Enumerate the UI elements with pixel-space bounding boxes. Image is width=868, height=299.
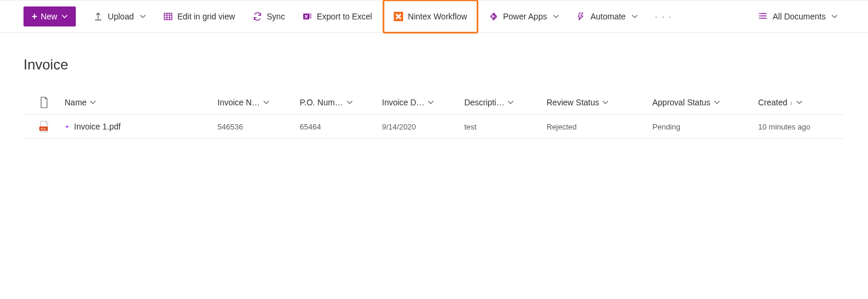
pdf-icon: PDF: [24, 121, 65, 132]
svg-rect-4: [309, 17, 311, 18]
power-apps-icon: [489, 12, 498, 21]
chevron-down-icon: [553, 15, 559, 18]
cell-approval-status: Pending: [652, 122, 758, 131]
chevron-down-icon: [796, 101, 802, 104]
page-title: Invoice: [24, 57, 868, 73]
sync-icon: [253, 12, 262, 21]
export-excel-label: Export to Excel: [317, 12, 372, 21]
upload-label: Upload: [108, 12, 133, 21]
svg-rect-2: [309, 14, 311, 15]
cell-review-status: Rejected: [547, 122, 652, 131]
grid-icon: [163, 12, 173, 21]
export-excel-button[interactable]: Export to Excel: [296, 8, 379, 25]
cell-po-num: 65464: [300, 122, 382, 131]
chevron-down-icon: [508, 101, 514, 104]
automate-label: Automate: [591, 12, 626, 21]
nintex-highlight: Nintex Workflow: [383, 0, 478, 34]
power-apps-label: Power Apps: [503, 12, 547, 21]
chevron-down-icon: [632, 15, 638, 18]
chevron-down-icon: [263, 101, 269, 104]
plus-icon: +: [32, 11, 37, 22]
column-header-description[interactable]: Descripti…: [464, 98, 547, 107]
nintex-label: Nintex Workflow: [408, 12, 467, 21]
nintex-icon: [394, 12, 403, 21]
svg-text:PDF: PDF: [41, 127, 46, 131]
chevron-down-icon: [140, 15, 146, 18]
chevron-down-icon: [832, 15, 837, 18]
file-name-cell[interactable]: ✦ Invoice 1.pdf: [65, 122, 217, 131]
excel-icon: [303, 12, 312, 21]
column-header-review-status[interactable]: Review Status: [547, 98, 652, 107]
automate-button[interactable]: Automate: [569, 8, 645, 25]
nintex-workflow-button[interactable]: Nintex Workflow: [387, 8, 474, 25]
power-apps-button[interactable]: Power Apps: [482, 8, 566, 25]
chevron-down-icon: [602, 101, 608, 104]
chevron-down-icon: [714, 101, 720, 104]
new-indicator-icon: ✦: [65, 124, 69, 130]
view-selector[interactable]: All Documents: [752, 8, 844, 26]
sync-button[interactable]: Sync: [246, 8, 292, 25]
upload-icon: [93, 12, 103, 21]
edit-grid-button[interactable]: Edit in grid view: [156, 8, 242, 25]
table-row[interactable]: PDF ✦ Invoice 1.pdf 546536 65464 9/14/20…: [24, 115, 844, 139]
column-header-type[interactable]: [24, 97, 65, 108]
more-actions-button[interactable]: · · ·: [648, 8, 679, 25]
column-header-name[interactable]: Name: [65, 98, 217, 107]
document-list: Name Invoice N… P.O. Num… Invoice D… Des…: [24, 91, 844, 139]
column-header-invoice-date[interactable]: Invoice D…: [382, 98, 464, 107]
svg-rect-3: [309, 15, 311, 16]
upload-button[interactable]: Upload: [86, 8, 152, 25]
cell-invoice-date: 9/14/2020: [382, 122, 464, 131]
new-button[interactable]: + New: [24, 6, 76, 26]
automate-icon: [577, 12, 586, 21]
file-name: Invoice 1.pdf: [74, 122, 120, 131]
chevron-down-icon: [347, 101, 353, 104]
column-header-po-num[interactable]: P.O. Num…: [300, 98, 382, 107]
cell-invoice-num: 546536: [217, 122, 300, 131]
new-button-label: New: [41, 12, 57, 21]
chevron-down-icon: [62, 15, 68, 18]
sort-down-icon: ↓: [790, 99, 793, 106]
chevron-down-icon: [90, 101, 96, 104]
edit-grid-label: Edit in grid view: [177, 12, 235, 21]
list-header-row: Name Invoice N… P.O. Num… Invoice D… Des…: [24, 91, 844, 115]
toolbar: + New Upload Edit in grid view Sync Expo…: [0, 0, 868, 33]
cell-created: 10 minutes ago: [758, 122, 864, 131]
column-header-created[interactable]: Created ↓: [758, 98, 864, 107]
svg-rect-0: [164, 14, 172, 20]
sync-label: Sync: [267, 12, 285, 21]
view-label: All Documents: [773, 12, 826, 21]
column-header-invoice-num[interactable]: Invoice N…: [217, 98, 300, 107]
cell-description: test: [464, 122, 547, 131]
column-header-approval-status[interactable]: Approval Status: [652, 98, 758, 107]
view-icon: [759, 11, 768, 22]
chevron-down-icon: [428, 101, 434, 104]
